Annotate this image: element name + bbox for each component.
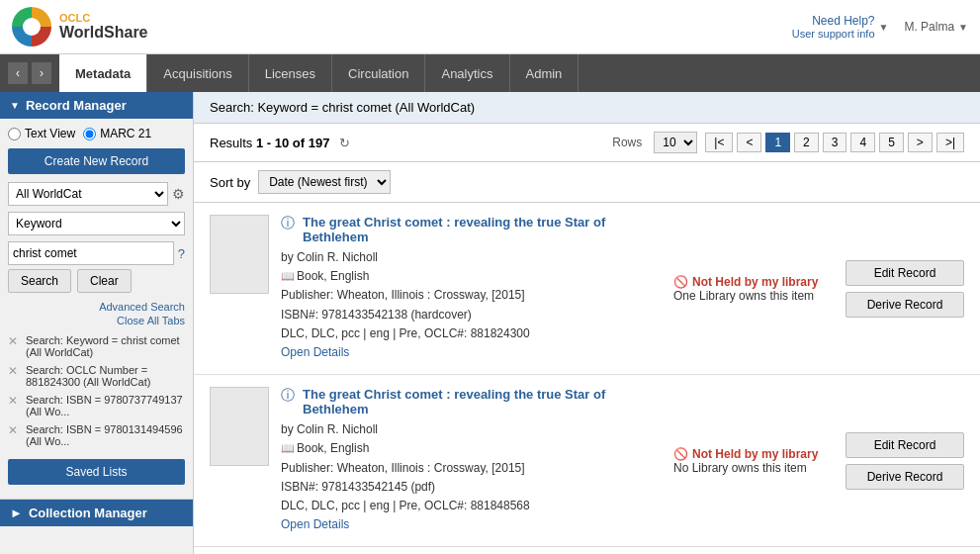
sort-select[interactable]: Date (Newest first) Date (Oldest first) … xyxy=(258,170,391,194)
gear-icon[interactable]: ⚙ xyxy=(172,186,185,202)
record-status-0: 🚫Not Held by my library One Library owns… xyxy=(666,215,834,362)
derive-record-button-0[interactable]: Derive Record xyxy=(846,292,964,318)
help-icon[interactable]: ? xyxy=(178,246,185,261)
tab-metadata[interactable]: Metadata xyxy=(59,54,147,92)
record-meta-1: by Colin R. Nicholl 📖Book, English Publi… xyxy=(281,420,654,534)
page-4-button[interactable]: 4 xyxy=(850,133,875,152)
edit-record-button-1[interactable]: Edit Record xyxy=(846,432,964,458)
page-2-button[interactable]: 2 xyxy=(794,133,819,152)
header: OCLC WorldShare Need Help? User support … xyxy=(0,0,980,54)
record-title-link-1[interactable]: The great Christ comet : revealing the t… xyxy=(303,387,654,416)
open-details-link-1[interactable]: Open Details xyxy=(281,517,349,531)
worldcat-dropdown-row: All WorldCat ⚙ xyxy=(8,182,185,206)
pagination-area: Rows 10 25 50 |< < 1 2 3 4 5 > >| xyxy=(612,132,964,153)
collection-label: Collection Manager xyxy=(29,506,147,520)
record-status-1: 🚫Not Held by my library No Library owns … xyxy=(666,387,834,534)
tab-licenses[interactable]: Licenses xyxy=(249,54,332,92)
not-held-label-1: Not Held by my library xyxy=(692,447,818,461)
record-thumbnail-0 xyxy=(210,215,269,294)
oclc-logo-icon xyxy=(12,7,51,46)
record-manager-header[interactable]: ▼ Record Manager xyxy=(0,92,193,119)
page-prev-button[interactable]: < xyxy=(737,133,761,152)
tab-acquisitions[interactable]: Acquisitions xyxy=(147,54,248,92)
derive-record-button-1[interactable]: Derive Record xyxy=(846,464,964,490)
record-actions-1: Edit Record Derive Record xyxy=(846,387,964,534)
view-options: Text View MARC 21 xyxy=(8,127,185,140)
support-label[interactable]: User support info xyxy=(792,28,875,40)
history-remove-3[interactable]: ✕ xyxy=(8,423,22,437)
page-5-button[interactable]: 5 xyxy=(879,133,904,152)
tab-admin[interactable]: Admin xyxy=(510,54,579,92)
sidebar: ▼ Record Manager Text View MARC 21 Creat… xyxy=(0,92,194,554)
nav-back-button[interactable]: ‹ xyxy=(8,62,28,84)
main-layout: ▼ Record Manager Text View MARC 21 Creat… xyxy=(0,92,980,554)
record-title-row-0: ⓘ The great Christ comet : revealing the… xyxy=(281,215,654,244)
library-info-1: No Library owns this item xyxy=(673,461,807,475)
info-icon-1[interactable]: ⓘ xyxy=(281,387,297,405)
record-list: ⓘ The great Christ comet : revealing the… xyxy=(194,203,980,547)
record-publisher-0: Publisher: Wheaton, Illinois : Crossway,… xyxy=(281,286,654,305)
text-view-option[interactable]: Text View xyxy=(8,127,75,140)
history-remove-1[interactable]: ✕ xyxy=(8,364,22,378)
keyword-select[interactable]: Keyword xyxy=(8,212,185,235)
collection-manager-header[interactable]: ► Collection Manager xyxy=(0,500,193,526)
record-manager-section: ▼ Record Manager Text View MARC 21 Creat… xyxy=(0,92,193,500)
info-icon-0[interactable]: ⓘ xyxy=(281,215,297,232)
record-author-1: by Colin R. Nicholl xyxy=(281,420,654,439)
nav-forward-button[interactable]: › xyxy=(32,62,51,84)
record-meta-0: by Colin R. Nicholl 📖Book, English Publi… xyxy=(281,248,654,362)
edit-record-button-0[interactable]: Edit Record xyxy=(846,260,964,286)
sidebar-inner: Text View MARC 21 Create New Record All … xyxy=(0,119,193,499)
table-row: ⓘ The great Christ comet : revealing the… xyxy=(194,203,980,375)
history-item-2: ✕ Search: ISBN = 9780737749137 (All Wo..… xyxy=(8,394,185,417)
clear-button[interactable]: Clear xyxy=(77,269,132,293)
section-label: Record Manager xyxy=(26,98,127,113)
worldcat-select[interactable]: All WorldCat xyxy=(8,182,168,206)
record-isbn-0: ISBN#: 9781433542138 (hardcover) xyxy=(281,306,654,324)
collection-arrow-icon: ► xyxy=(10,506,23,520)
history-item-0: ✕ Search: Keyword = christ comet (All Wo… xyxy=(8,334,185,358)
marc-view-option[interactable]: MARC 21 xyxy=(83,127,151,140)
record-author-0: by Colin R. Nicholl xyxy=(281,248,654,267)
history-item-3: ✕ Search: ISBN = 9780131494596 (All Wo..… xyxy=(8,423,185,447)
not-held-icon-0: 🚫 xyxy=(673,275,688,289)
search-button[interactable]: Search xyxy=(8,269,71,293)
sort-label: Sort by xyxy=(210,175,250,190)
pagination: |< < 1 2 3 4 5 > >| xyxy=(705,133,964,152)
advanced-search-link[interactable]: Advanced Search xyxy=(8,301,185,313)
open-details-link-0[interactable]: Open Details xyxy=(281,345,349,359)
create-new-record-button[interactable]: Create New Record xyxy=(8,148,185,174)
record-title-link-0[interactable]: The great Christ comet : revealing the t… xyxy=(303,215,654,244)
search-input[interactable] xyxy=(8,241,174,265)
user-section: M. Palma ▼ xyxy=(904,20,968,34)
page-1-button[interactable]: 1 xyxy=(765,133,790,152)
search-query-text: Search: Keyword = christ comet (All Worl… xyxy=(210,100,475,115)
library-info-0: One Library owns this item xyxy=(673,289,814,303)
search-input-row: ? xyxy=(8,241,185,265)
close-all-tabs-link[interactable]: Close All Tabs xyxy=(8,315,185,326)
user-label[interactable]: M. Palma xyxy=(904,20,954,34)
table-row: ⓘ The great Christ comet : revealing the… xyxy=(194,375,980,547)
content-area: Search: Keyword = christ comet (All Worl… xyxy=(194,92,980,554)
page-3-button[interactable]: 3 xyxy=(823,133,847,152)
not-held-icon-1: 🚫 xyxy=(673,447,688,461)
help-label[interactable]: Need Help? xyxy=(792,14,875,28)
record-actions-0: Edit Record Derive Record xyxy=(846,215,964,362)
help-chevron-icon[interactable]: ▼ xyxy=(879,22,889,33)
page-next-button[interactable]: > xyxy=(908,133,933,152)
saved-lists-button[interactable]: Saved Lists xyxy=(8,459,185,485)
section-arrow-icon: ▼ xyxy=(10,100,20,111)
record-info-0: ⓘ The great Christ comet : revealing the… xyxy=(281,215,654,362)
refresh-icon[interactable]: ↻ xyxy=(339,136,350,150)
tab-analytics[interactable]: Analytics xyxy=(425,54,509,92)
record-dlc-0: DLC, DLC, pcc | eng | Pre, OCLC#: 881824… xyxy=(281,324,654,343)
rows-select[interactable]: 10 25 50 xyxy=(654,132,697,153)
search-query-bar: Search: Keyword = christ comet (All Worl… xyxy=(194,92,980,124)
page-last-button[interactable]: >| xyxy=(936,133,964,152)
page-first-button[interactable]: |< xyxy=(705,133,733,152)
tab-circulation[interactable]: Circulation xyxy=(332,54,425,92)
history-remove-2[interactable]: ✕ xyxy=(8,394,22,408)
user-chevron-icon[interactable]: ▼ xyxy=(958,22,968,33)
history-remove-0[interactable]: ✕ xyxy=(8,334,22,348)
results-toolbar: Results 1 - 10 of 197 ↻ Rows 10 25 50 |<… xyxy=(194,124,980,162)
